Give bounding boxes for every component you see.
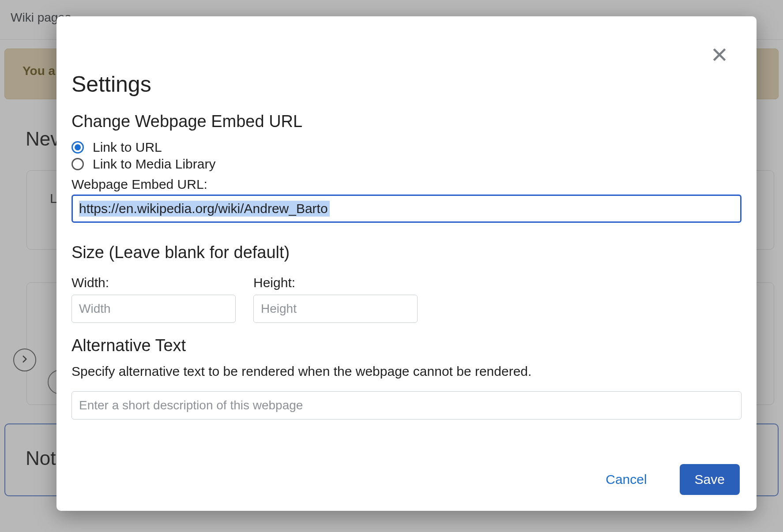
embed-url-label: Webpage Embed URL: xyxy=(72,177,742,192)
radio-row-link-media[interactable]: Link to Media Library xyxy=(72,157,742,172)
cancel-button[interactable]: Cancel xyxy=(591,464,662,495)
width-label: Width: xyxy=(72,275,236,290)
modal-body: Settings Change Webpage Embed URL Link t… xyxy=(72,71,742,453)
width-input[interactable] xyxy=(72,295,236,323)
embed-url-wrap xyxy=(72,195,742,223)
height-input[interactable] xyxy=(253,295,418,323)
modal-footer: Cancel Save xyxy=(591,464,740,495)
embed-url-input[interactable] xyxy=(72,195,742,223)
close-button[interactable] xyxy=(707,43,732,67)
alt-text-input[interactable] xyxy=(72,391,742,420)
settings-modal: Settings Change Webpage Embed URL Link t… xyxy=(56,16,757,511)
height-col: Height: xyxy=(253,275,418,323)
size-grid: Width: Height: xyxy=(72,275,742,323)
radio-link-url[interactable] xyxy=(72,141,84,154)
width-col: Width: xyxy=(72,275,236,323)
section-alt: Alternative Text xyxy=(72,336,742,355)
height-label: Height: xyxy=(253,275,418,290)
radio-link-media-label[interactable]: Link to Media Library xyxy=(93,157,215,172)
section-size: Size (Leave blank for default) xyxy=(72,243,742,262)
radio-link-url-label[interactable]: Link to URL xyxy=(93,140,162,155)
radio-row-link-url[interactable]: Link to URL xyxy=(72,140,742,155)
modal-title: Settings xyxy=(72,71,742,97)
alt-description: Specify alternative text to be rendered … xyxy=(72,364,742,379)
section-change-url: Change Webpage Embed URL xyxy=(72,112,742,131)
radio-link-media[interactable] xyxy=(72,158,84,170)
save-button[interactable]: Save xyxy=(680,464,740,495)
close-icon xyxy=(711,46,728,64)
